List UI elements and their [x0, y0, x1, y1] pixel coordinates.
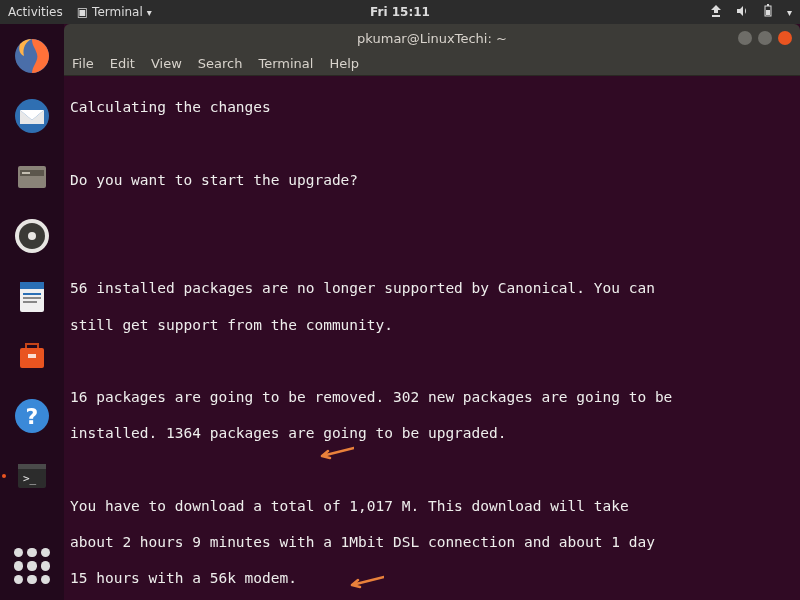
term-line: 56 installed packages are no longer supp…	[70, 279, 794, 297]
dock-files[interactable]	[8, 152, 56, 200]
dock-help[interactable]: ?	[8, 392, 56, 440]
activities-button[interactable]: Activities	[8, 5, 63, 19]
term-line	[70, 461, 794, 479]
close-button[interactable]	[778, 31, 792, 45]
dock-rhythmbox[interactable]	[8, 212, 56, 260]
app-menu-label: Terminal	[92, 5, 143, 19]
svg-rect-13	[23, 293, 41, 295]
svg-rect-17	[28, 354, 36, 358]
svg-rect-2	[767, 4, 769, 6]
menu-terminal[interactable]: Terminal	[258, 56, 313, 71]
show-applications[interactable]	[14, 548, 50, 584]
dock: ? >_	[0, 24, 64, 600]
term-line: installed. 1364 packages are going to be…	[70, 424, 794, 442]
dock-writer[interactable]	[8, 272, 56, 320]
svg-rect-5	[18, 166, 46, 188]
term-line: Do you want to start the upgrade?	[70, 171, 794, 189]
battery-icon	[761, 4, 775, 21]
annotation-arrow-icon	[314, 410, 354, 424]
terminal-content[interactable]: Calculating the changes Do you want to s…	[64, 76, 800, 600]
svg-text:>_: >_	[23, 472, 37, 485]
svg-rect-15	[23, 301, 37, 303]
app-menu[interactable]: ▣ Terminal ▾	[77, 5, 152, 19]
terminal-window: pkumar@LinuxTechi: ~ File Edit View Sear…	[64, 24, 800, 600]
menubar: File Edit View Search Terminal Help	[64, 52, 800, 76]
dock-terminal[interactable]: >_	[8, 452, 56, 500]
volume-icon	[735, 4, 749, 21]
term-line	[70, 352, 794, 370]
term-line: still get support from the community.	[70, 316, 794, 334]
chevron-down-icon: ▾	[147, 7, 152, 18]
menu-search[interactable]: Search	[198, 56, 243, 71]
window-titlebar[interactable]: pkumar@LinuxTechi: ~	[64, 24, 800, 52]
term-line: You have to download a total of 1,017 M.…	[70, 497, 794, 515]
menu-file[interactable]: File	[72, 56, 94, 71]
chevron-down-icon: ▾	[787, 7, 792, 18]
annotation-arrow-icon	[344, 539, 384, 553]
clock[interactable]: Fri 15:11	[370, 5, 430, 19]
term-line	[70, 134, 794, 152]
minimize-button[interactable]	[738, 31, 752, 45]
window-title: pkumar@LinuxTechi: ~	[357, 31, 507, 46]
top-bar: Activities ▣ Terminal ▾ Fri 15:11 ▾	[0, 0, 800, 24]
dock-software[interactable]	[8, 332, 56, 380]
svg-point-10	[28, 232, 36, 240]
maximize-button[interactable]	[758, 31, 772, 45]
term-line	[70, 207, 794, 225]
svg-text:?: ?	[26, 404, 39, 429]
svg-rect-21	[18, 464, 46, 469]
term-line	[70, 243, 794, 261]
dock-thunderbird[interactable]	[8, 92, 56, 140]
status-area[interactable]: ▾	[709, 4, 792, 21]
menu-help[interactable]: Help	[329, 56, 359, 71]
svg-rect-1	[766, 10, 770, 15]
menu-edit[interactable]: Edit	[110, 56, 135, 71]
term-line: 15 hours with a 56k modem.	[70, 569, 794, 587]
dock-firefox[interactable]	[8, 32, 56, 80]
svg-rect-7	[22, 172, 30, 174]
term-line: Calculating the changes	[70, 98, 794, 116]
term-line: about 2 hours 9 minutes with a 1Mbit DSL…	[70, 533, 794, 551]
network-icon	[709, 4, 723, 21]
terminal-icon: ▣	[77, 5, 88, 19]
menu-view[interactable]: View	[151, 56, 182, 71]
svg-rect-12	[20, 282, 44, 289]
term-line: 16 packages are going to be removed. 302…	[70, 388, 794, 406]
svg-rect-14	[23, 297, 41, 299]
